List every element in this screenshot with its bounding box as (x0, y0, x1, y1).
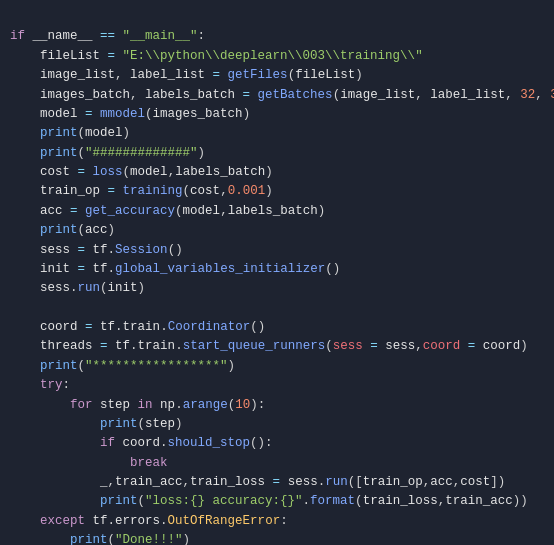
code-editor: if __name__ == "__main__": fileList = "E… (0, 0, 554, 545)
